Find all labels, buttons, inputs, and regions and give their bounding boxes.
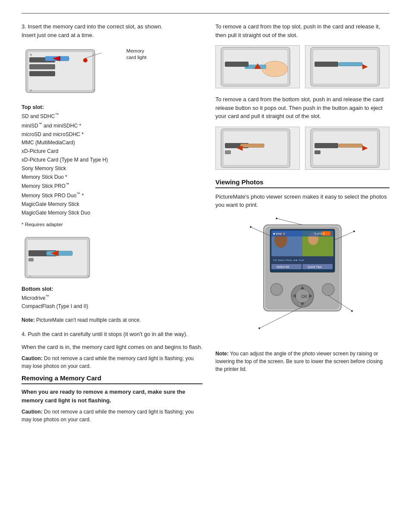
svg-rect-42	[314, 150, 321, 154]
caution-label-removing: Caution:	[22, 409, 43, 415]
top-removal-image-1	[215, 45, 300, 88]
bottom-removal-images	[215, 127, 389, 170]
bottom-slot-card-list: Microdrive™ CompactFlash (Type I and II)	[22, 293, 202, 311]
bottom-removal-image-2	[305, 127, 389, 170]
viewer-note-label: Note:	[215, 351, 229, 357]
step4-flash: When the card is in, the memory card lig…	[22, 343, 202, 352]
svg-point-12	[93, 90, 95, 92]
svg-rect-4	[29, 71, 55, 76]
svg-point-76	[258, 327, 260, 329]
removal-img-1-svg	[216, 45, 299, 88]
svg-point-23	[262, 61, 288, 77]
viewing-photos-section: Viewing Photos PictureMate's photo viewe…	[215, 178, 389, 373]
caution-label-left: Caution:	[22, 355, 43, 361]
step4-text: 4. Push the card in carefully until it s…	[22, 330, 202, 339]
top-slot-label: Top slot:	[22, 104, 202, 110]
bottom-slot-label: Bottom slot:	[22, 286, 202, 292]
svg-rect-25	[225, 62, 249, 67]
step4-line1: 4. Push the card in carefully until it s…	[22, 331, 187, 337]
svg-rect-14	[27, 240, 87, 276]
caution-left: Caution: Do not remove a card while the …	[22, 355, 202, 370]
step3-text: 3. Insert the memory card into the corre…	[22, 22, 202, 39]
top-slot-card-list: SD and SDHC™ miniSD™ and miniSDHC * micr…	[22, 112, 202, 218]
left-column: 3. Insert the memory card into the corre…	[22, 22, 202, 428]
bottom-removal-image-1	[215, 127, 300, 170]
svg-text:Select All: Select All	[277, 265, 289, 268]
svg-rect-40	[314, 143, 338, 148]
svg-point-74	[353, 230, 355, 232]
two-column-layout: 3. Insert the memory card into the corre…	[22, 22, 389, 428]
svg-text:OK Select Photo  ◄► Find: OK Select Photo ◄► Find	[273, 259, 304, 261]
adapter-note: * Requires adapter	[22, 222, 202, 227]
removal-bottom-img-1-svg	[216, 127, 299, 170]
svg-rect-16	[47, 251, 72, 255]
removing-heading: Removing a Memory Card	[22, 374, 202, 384]
removal-bottom-img-2-svg	[305, 127, 389, 170]
svg-rect-18	[28, 258, 34, 261]
svg-point-11	[30, 90, 32, 92]
step4-line2: When the card is in, the memory card lig…	[22, 344, 202, 350]
svg-point-10	[93, 54, 95, 56]
top-slot-diagram: Memorycard light	[22, 45, 202, 98]
svg-point-80	[276, 218, 277, 219]
caution-content-left: Do not remove a card while the memory ca…	[22, 355, 193, 369]
svg-rect-3	[29, 64, 55, 69]
svg-point-72	[250, 226, 252, 228]
caution-removing: Caution: Do not remove a card while the …	[22, 408, 202, 423]
top-removal-images	[215, 45, 389, 88]
svg-point-62	[271, 283, 283, 296]
viewer-diagram: ■ total: 0 5 of 9 8 OK Select Photo ◄► F…	[215, 216, 389, 345]
removal-img-2-svg	[305, 45, 389, 88]
svg-text:■ total: 0: ■ total: 0	[273, 232, 285, 235]
svg-line-79	[277, 218, 302, 225]
bottom-slot-illustration	[22, 234, 99, 281]
viewing-intro: PictureMate's photo viewer screen makes …	[215, 193, 389, 209]
remove-top-slot-text: To remove a card from the top slot, push…	[215, 22, 389, 39]
viewer-svg: ■ total: 0 5 of 9 8 OK Select Photo ◄► F…	[242, 216, 363, 345]
top-slot-info: Top slot: SD and SDHC™ miniSD™ and miniS…	[22, 104, 202, 227]
removing-intro: When you are ready to remove a memory ca…	[22, 388, 202, 404]
top-rule	[22, 13, 389, 14]
svg-rect-30	[339, 62, 362, 66]
viewer-note-content: You can adjust the angle of the photo vi…	[215, 351, 383, 372]
svg-point-9	[30, 54, 32, 56]
step3-line2: Insert just one card at a time.	[22, 32, 94, 38]
svg-text:8: 8	[323, 232, 325, 235]
note-content: PictureMate can't read multiple cards at…	[35, 317, 141, 323]
svg-point-19	[29, 275, 31, 277]
top-slot-illustration	[22, 45, 108, 97]
svg-rect-41	[339, 144, 362, 147]
memory-card-light-label: Memorycard light	[126, 48, 146, 61]
right-column: To remove a card from the top slot, push…	[215, 22, 389, 428]
note-multiple-cards: Note: PictureMate can't read multiple ca…	[22, 316, 202, 324]
svg-text:Quick Tips: Quick Tips	[308, 265, 322, 269]
viewer-note: Note: You can adjust the angle of the ph…	[215, 350, 389, 373]
caution-content-removing: Do not remove a card while the memory ca…	[22, 409, 193, 423]
svg-point-7	[83, 58, 87, 62]
svg-point-78	[351, 310, 353, 312]
note-label: Note:	[22, 317, 35, 323]
remove-bottom-slot-text: To remove a card from the bottom slot, p…	[215, 95, 389, 121]
top-removal-image-2	[305, 45, 389, 88]
viewing-heading: Viewing Photos	[215, 178, 389, 188]
svg-rect-36	[225, 150, 231, 154]
svg-rect-29	[314, 62, 338, 67]
page: 3. Insert the memory card into the corre…	[0, 0, 411, 441]
bottom-slot-section: Bottom slot: Microdrive™ CompactFlash (T…	[22, 234, 202, 311]
svg-rect-35	[240, 144, 264, 147]
svg-text:OK: OK	[301, 294, 308, 299]
step3-line1: 3. Insert the memory card into the corre…	[22, 23, 162, 30]
svg-text:5 of 9: 5 of 9	[314, 232, 322, 235]
svg-point-20	[87, 275, 89, 277]
svg-point-63	[322, 283, 334, 296]
